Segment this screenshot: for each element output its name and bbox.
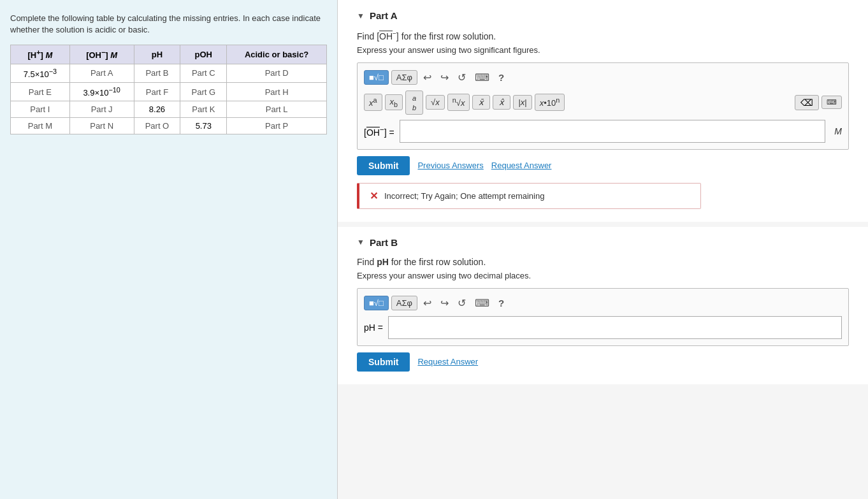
part-b-input-row: pH = [364, 316, 842, 339]
cell-poh-1: Part C [180, 64, 227, 82]
symbols-btn-a[interactable]: ΑΣφ [391, 70, 417, 85]
help-btn-a[interactable]: ? [495, 70, 507, 85]
keyboard-btn-a[interactable]: ⌨ [472, 69, 493, 85]
cell-acid-2: Part H [227, 83, 327, 101]
cell-acid-4: Part P [227, 118, 327, 134]
refresh-btn-a[interactable]: ↺ [454, 69, 469, 85]
part-b-toolbar: ■√□ ΑΣφ ↩ ↪ ↺ ⌨ ? [364, 295, 842, 311]
error-icon: ✕ [370, 190, 378, 202]
cell-ph-3: 8.26 [134, 101, 180, 118]
col-header-oh: [OH−] M [69, 45, 134, 64]
help-btn-b[interactable]: ? [495, 296, 507, 310]
redo-btn-b[interactable]: ↪ [437, 295, 452, 311]
fraction-btn[interactable]: ab [405, 90, 423, 115]
part-a-instruction: Express your answer using two significan… [357, 45, 849, 55]
cell-oh-1: Part A [69, 64, 134, 82]
part-a-request-answer-button[interactable]: Request Answer [491, 161, 552, 170]
cell-ph-4: Part O [134, 118, 180, 134]
part-b-input[interactable] [388, 316, 842, 339]
collapse-arrow-b: ▼ [357, 238, 365, 247]
sqrt-btn[interactable]: √x [426, 95, 445, 110]
part-a-input-row: [OH−] = M [364, 120, 842, 143]
part-b-description: Find pH for the first row solution. [357, 257, 849, 267]
right-panel: ▼ Part A Find [OH−] for the first row so… [338, 0, 868, 499]
part-a-math-area: ■√□ ΑΣφ ↩ ↪ ↺ ⌨ ? xa xb ab √x n√x x̄ x̂ … [357, 62, 849, 150]
chemistry-table: [H+] M [OH−] M pH pOH Acidic or basic? 7… [10, 45, 327, 134]
cell-h-3: Part I [11, 101, 70, 118]
sci-notation-btn[interactable]: x•10n [535, 94, 565, 110]
redo-btn-a[interactable]: ↪ [437, 69, 452, 85]
keyboard-toggle-a[interactable]: ⌨ [821, 96, 842, 109]
cell-oh-2: 3.9×10−10 [69, 83, 134, 101]
matrix-btn-b[interactable]: ■√□ [364, 296, 389, 310]
table-description: Complete the following table by calculat… [10, 13, 327, 36]
x-bar-btn[interactable]: x̄ [472, 95, 490, 110]
table-row: Part M Part N Part O 5.73 Part P [11, 118, 327, 134]
error-text: Incorrect; Try Again; One attempt remain… [384, 191, 544, 201]
cell-h-2: Part E [11, 83, 70, 101]
part-a-previous-answers-button[interactable]: Previous Answers [417, 161, 483, 170]
part-a-section: ▼ Part A Find [OH−] for the first row so… [338, 0, 868, 222]
part-b-instruction: Express your answer using two decimal pl… [357, 271, 849, 280]
keyboard-btn-b[interactable]: ⌨ [472, 295, 493, 311]
x-power-btn[interactable]: xa [364, 94, 382, 110]
part-b-action-row: Submit Request Answer [357, 352, 849, 372]
part-b-math-area: ■√□ ΑΣφ ↩ ↪ ↺ ⌨ ? pH = [357, 288, 849, 346]
part-a-math-symbols: xa xb ab √x n√x x̄ x̂ |x| x•10n ⌫ ⌨ [364, 90, 842, 115]
refresh-btn-b[interactable]: ↺ [454, 295, 469, 311]
undo-btn-a[interactable]: ↩ [420, 69, 435, 85]
part-b-header[interactable]: ▼ Part B [357, 237, 849, 248]
part-b-find-target: pH [377, 257, 389, 267]
part-a-submit-button[interactable]: Submit [357, 156, 410, 175]
abs-btn[interactable]: |x| [513, 95, 532, 110]
cell-ph-1: Part B [134, 64, 180, 82]
part-a-find-target: [OH−] [377, 31, 399, 41]
part-a-action-row: Submit Previous Answers Request Answer [357, 156, 849, 175]
cell-acid-3: Part L [227, 101, 327, 118]
table-row: Part E 3.9×10−10 Part F Part G Part H [11, 83, 327, 101]
part-b-input-label: pH = [364, 322, 383, 333]
nth-root-btn[interactable]: n√x [447, 94, 470, 110]
undo-btn-b[interactable]: ↩ [420, 295, 435, 311]
part-a-header[interactable]: ▼ Part A [357, 10, 849, 21]
part-a-input-label: [OH−] = [364, 125, 394, 138]
part-b-request-answer-button[interactable]: Request Answer [417, 357, 478, 366]
table-row: Part I Part J 8.26 Part K Part L [11, 101, 327, 118]
col-header-ph: pH [134, 45, 180, 64]
part-b-submit-button[interactable]: Submit [357, 352, 410, 372]
cell-ph-2: Part F [134, 83, 180, 101]
cell-h-4: Part M [11, 118, 70, 134]
x-hat-btn[interactable]: x̂ [493, 95, 510, 110]
part-a-description: Find [OH−] for the first row solution. [357, 30, 849, 41]
table-row: 7.5×10−3 Part A Part B Part C Part D [11, 64, 327, 82]
symbols-btn-b[interactable]: ΑΣφ [391, 296, 417, 310]
part-b-section: ▼ Part B Find pH for the first row solut… [338, 227, 868, 384]
cell-acid-1: Part D [227, 64, 327, 82]
part-a-input[interactable] [400, 120, 826, 143]
part-a-error-box: ✕ Incorrect; Try Again; One attempt rema… [357, 183, 701, 209]
cell-h-1: 7.5×10−3 [11, 64, 70, 82]
part-a-toolbar: ■√□ ΑΣφ ↩ ↪ ↺ ⌨ ? [364, 69, 842, 85]
part-a-unit: M [834, 126, 842, 136]
part-b-title: Part B [370, 237, 398, 248]
matrix-btn-a[interactable]: ■√□ [364, 70, 389, 85]
col-header-poh: pOH [180, 45, 227, 64]
part-a-title: Part A [370, 10, 398, 21]
col-header-h: [H+] M [11, 45, 70, 64]
col-header-acidic: Acidic or basic? [227, 45, 327, 64]
cell-poh-4: 5.73 [180, 118, 227, 134]
collapse-arrow-a: ▼ [357, 11, 365, 20]
cell-oh-3: Part J [69, 101, 134, 118]
backspace-btn-a[interactable]: ⌫ [795, 95, 819, 110]
x-sub-btn[interactable]: xb [385, 94, 403, 111]
left-panel: Complete the following table by calculat… [0, 0, 338, 499]
cell-oh-4: Part N [69, 118, 134, 134]
cell-poh-3: Part K [180, 101, 227, 118]
cell-poh-2: Part G [180, 83, 227, 101]
